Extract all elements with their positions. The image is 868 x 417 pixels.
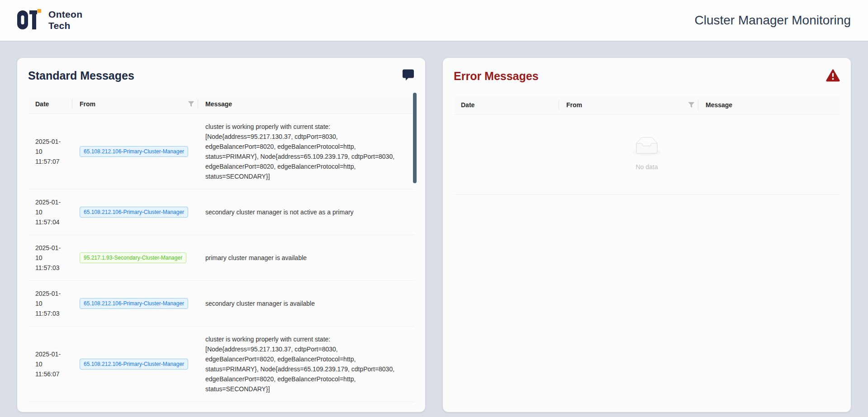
row-message: cluster is working properly with current…: [205, 334, 397, 394]
from-tag: 65.108.212.106-Primary-Cluster-Manager: [80, 146, 188, 157]
onteon-logo-icon: [17, 9, 42, 32]
error-messages-table: Date From Message: [454, 95, 840, 194]
from-tag: 65.108.212.106-Primary-Cluster-Manager: [80, 207, 188, 218]
from-filter-icon[interactable]: [188, 101, 194, 107]
standard-panel-header: Standard Messages: [28, 69, 414, 83]
standard-table-header-row: Date From Message: [28, 95, 414, 114]
standard-col-from-label: From: [80, 100, 95, 108]
row-date-cell: 2025-01-10 11:57:07: [28, 114, 72, 190]
from-tag: 65.108.212.106-Primary-Cluster-Manager: [80, 359, 188, 370]
empty-state-content: No data: [632, 137, 661, 172]
message-row: 2025-01-10 11:57:0465.108.212.106-Primar…: [28, 190, 414, 235]
row-message: cluster is working properly with current…: [205, 122, 397, 181]
row-date: 2025-01-10 11:57:03: [35, 289, 65, 318]
row-message-cell: primary cluster manager is available: [198, 235, 414, 281]
from-tag: 65.108.212.106-Primary-Cluster-Manager: [80, 298, 188, 309]
error-panel-header: Error Messages: [454, 69, 840, 84]
error-messages-panel: Error Messages Date From: [443, 58, 851, 412]
row-date-cell: 2025-01-10 11:57:03: [28, 281, 72, 327]
row-message-cell: cluster is working properly with current…: [198, 327, 414, 402]
standard-messages-table-wrap: Date From Message 2025-01-10 11:57:07: [28, 95, 414, 402]
page-title: Cluster Manager Monitoring: [695, 13, 851, 28]
row-from-cell: 65.108.212.106-Primary-Cluster-Manager: [72, 190, 198, 235]
message-row: 2025-01-10 11:57:0395.217.1.93-Secondary…: [28, 235, 414, 281]
error-col-from-label: From: [566, 101, 582, 109]
row-message: secondary cluster manager is not active …: [205, 207, 397, 217]
message-row: 2025-01-10 11:57:0365.108.212.106-Primar…: [28, 281, 414, 327]
table-scrollbar-thumb[interactable]: [413, 93, 417, 183]
row-date: 2025-01-10 11:57:07: [35, 137, 65, 166]
empty-state: No data: [454, 115, 840, 194]
message-bubble-icon: [402, 69, 414, 83]
message-row: 2025-01-10 11:57:0765.108.212.106-Primar…: [28, 114, 414, 190]
error-table-header-row: Date From Message: [454, 95, 840, 115]
row-from-cell: 65.108.212.106-Primary-Cluster-Manager: [72, 281, 198, 327]
standard-messages-panel: Standard Messages Date From: [17, 58, 425, 412]
logo-wordmark: Onteon Tech: [48, 9, 82, 32]
logo-line2: Tech: [48, 20, 82, 32]
logo-line1: Onteon: [48, 9, 82, 20]
error-col-message: Message: [698, 95, 840, 115]
row-message-cell: secondary cluster manager is not active …: [198, 190, 414, 235]
error-col-from: From: [559, 95, 698, 115]
dashboard: Standard Messages Date From: [0, 41, 868, 412]
row-date-cell: 2025-01-10 11:56:07: [28, 327, 72, 402]
top-bar: Onteon Tech Cluster Manager Monitoring: [0, 0, 868, 41]
row-from-cell: 65.108.212.106-Primary-Cluster-Manager: [72, 114, 198, 190]
no-data-label: No data: [632, 162, 661, 172]
standard-panel-title: Standard Messages: [28, 69, 134, 82]
row-from-cell: 95.217.1.93-Secondary-Cluster-Manager: [72, 235, 198, 281]
row-message: secondary cluster manager is available: [205, 299, 397, 308]
error-panel-title: Error Messages: [454, 70, 539, 83]
standard-col-date: Date: [28, 95, 72, 114]
warning-triangle-icon: [826, 69, 840, 84]
error-messages-table-wrap: Date From Message: [454, 95, 840, 194]
row-message: primary cluster manager is available: [205, 253, 397, 263]
row-message-cell: secondary cluster manager is available: [198, 281, 414, 327]
row-date: 2025-01-10 11:57:04: [35, 197, 65, 227]
row-date-cell: 2025-01-10 11:57:04: [28, 190, 72, 235]
empty-inbox-icon: [632, 150, 661, 157]
row-from-cell: 65.108.212.106-Primary-Cluster-Manager: [72, 327, 198, 402]
from-tag: 95.217.1.93-Secondary-Cluster-Manager: [80, 252, 186, 263]
standard-col-message: Message: [198, 95, 414, 114]
empty-state-row: No data: [454, 115, 840, 194]
error-col-date: Date: [454, 95, 559, 115]
standard-col-from: From: [72, 95, 198, 114]
row-date: 2025-01-10 11:56:07: [35, 349, 65, 379]
from-filter-icon[interactable]: [688, 102, 695, 108]
message-row: 2025-01-10 11:56:0765.108.212.106-Primar…: [28, 327, 414, 402]
row-date-cell: 2025-01-10 11:57:03: [28, 235, 72, 281]
row-message-cell: cluster is working properly with current…: [198, 114, 414, 190]
row-date: 2025-01-10 11:57:03: [35, 243, 65, 273]
onteon-logo: Onteon Tech: [17, 9, 82, 32]
standard-messages-table: Date From Message 2025-01-10 11:57:07: [28, 95, 414, 402]
